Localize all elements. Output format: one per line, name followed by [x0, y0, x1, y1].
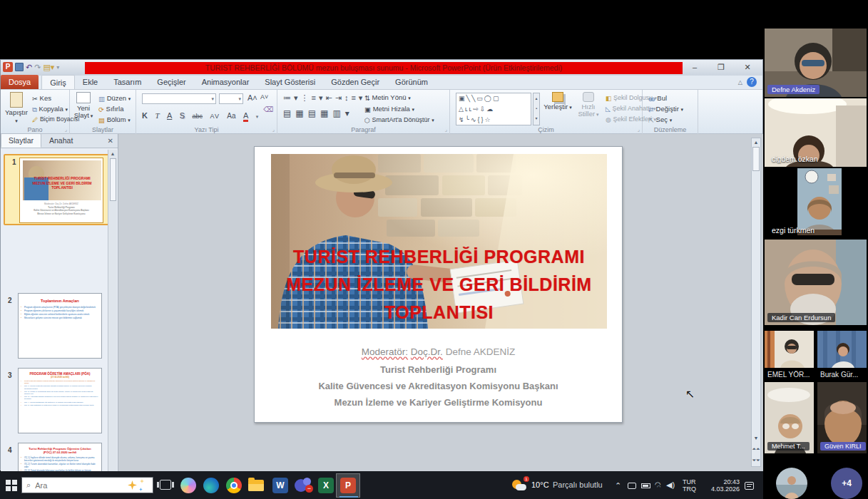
start-button[interactable]: [6, 480, 17, 491]
customize-qat-icon[interactable]: ▾: [56, 64, 59, 71]
slide-thumbnail-selected[interactable]: 1 TURİST REHBERLİĞİ PROGRAMIMEZUN İZLEME…: [4, 154, 109, 225]
task-view-icon[interactable]: [160, 480, 171, 490]
arrange-button[interactable]: Yerleştir ▾: [543, 92, 573, 111]
close-button[interactable]: ✕: [737, 62, 758, 73]
tab-gecisler[interactable]: Geçişler: [149, 75, 193, 89]
dialog-launcher-icon[interactable]: ⌟: [65, 127, 67, 133]
paste-button[interactable]: Yapıştır ▾: [4, 92, 29, 125]
participant-video[interactable]: [765, 331, 814, 368]
tab-tasarim[interactable]: Tasarım: [106, 75, 149, 89]
paste-options-icon[interactable]: ▤▾: [43, 63, 54, 72]
font-name-combo[interactable]: ▾: [142, 93, 216, 104]
indent-decrease-icon[interactable]: ⇤: [325, 93, 335, 102]
dialog-launcher-icon[interactable]: ⌟: [272, 127, 275, 133]
slide-vertical-scrollbar[interactable]: ▲ ▼ ⏶⏶ ⏷⏷: [751, 138, 761, 467]
powerpoint-app-icon[interactable]: P: [3, 62, 13, 72]
smartart-button[interactable]: ⬡ SmartArt'a Dönüştür ▾: [364, 116, 434, 124]
participant-avatar[interactable]: [776, 468, 807, 499]
tab-slayt-gosterisi[interactable]: Slayt Gösterisi: [257, 75, 323, 89]
tab-giris[interactable]: Giriş: [41, 75, 75, 89]
participant-video[interactable]: [817, 331, 867, 368]
battery-icon[interactable]: [641, 483, 650, 488]
justify-icon[interactable]: ▦: [320, 108, 332, 118]
numbering-icon[interactable]: ⋮≡▾: [301, 93, 326, 102]
teams-icon[interactable]: −: [294, 477, 311, 494]
display-tray-icon[interactable]: [628, 483, 636, 489]
line-spacing-icon[interactable]: ↕≡▾: [344, 93, 365, 102]
slide-thumbnail-2[interactable]: Toplantının Amaçları Program öğrenim ama…: [18, 293, 102, 359]
character-spacing-button[interactable]: AV: [210, 113, 220, 120]
align-right-icon[interactable]: ▤: [308, 108, 320, 118]
italic-button[interactable]: T: [155, 111, 159, 120]
chevron-down-icon[interactable]: ▾: [256, 114, 259, 119]
shadow-button[interactable]: S: [180, 111, 185, 120]
notification-center-icon[interactable]: [745, 482, 754, 490]
scroll-up-icon[interactable]: ▲: [752, 138, 760, 145]
align-text-button[interactable]: ▣ Metni Hizala ▾: [364, 105, 414, 113]
scrollbar-thumb[interactable]: [110, 158, 116, 201]
tab-gozden-gecir[interactable]: Gözden Geçir: [323, 75, 387, 89]
quick-styles-button[interactable]: Hızlı Stiller ▾: [574, 92, 603, 118]
participant-video[interactable]: Güven KIRLI: [817, 382, 867, 453]
minimize-button[interactable]: –: [684, 62, 705, 73]
slide-canvas[interactable]: TURİST REHBERLİĞİ PROGRAMI MEZUN İZLEME …: [254, 146, 623, 423]
pane-tab-anahat[interactable]: Anahat: [41, 133, 81, 148]
participant-video[interactable]: Kadir Can Erdursun: [765, 240, 867, 325]
copilot-icon[interactable]: [180, 477, 197, 494]
new-slide-button[interactable]: Yeni Slayt ▾: [71, 92, 96, 120]
scrollbar-thumb[interactable]: [752, 147, 760, 171]
save-icon[interactable]: [15, 63, 24, 71]
close-pane-icon[interactable]: ✕: [108, 137, 113, 145]
bullets-icon[interactable]: ≔▾: [283, 93, 301, 102]
reset-button[interactable]: ⟳ Sıfırla: [98, 105, 123, 113]
overflow-participants-badge[interactable]: +4: [831, 468, 862, 499]
tab-animasyonlar[interactable]: Animasyonlar: [194, 75, 257, 89]
slide-thumbnail-1[interactable]: TURİST REHBERLİĞİ PROGRAMIMEZUN İZLEME V…: [19, 158, 103, 223]
shapes-gallery-scrollbar[interactable]: ▴▪▾: [533, 93, 540, 125]
find-button[interactable]: ꙭ Bul: [648, 94, 667, 103]
excel-icon[interactable]: X: [317, 477, 335, 494]
align-center-icon[interactable]: ▦: [295, 108, 307, 118]
participant-video[interactable]: Defne Akdeniz: [765, 29, 867, 97]
align-left-icon[interactable]: ▤: [283, 108, 295, 118]
minimize-ribbon-icon[interactable]: △: [738, 79, 742, 86]
indent-increase-icon[interactable]: ⇥: [335, 93, 344, 102]
columns-icon[interactable]: ▥▾: [332, 108, 353, 118]
underline-button[interactable]: A: [167, 111, 172, 120]
edge-icon[interactable]: [203, 477, 220, 494]
text-direction-button[interactable]: ⇅ Metin Yönü ▾: [364, 93, 411, 102]
chrome-icon[interactable]: [225, 477, 242, 494]
layout-button[interactable]: ▥ Düzen ▾: [98, 94, 131, 103]
wifi-icon[interactable]: ◠◠: [655, 480, 661, 488]
next-slide-icon[interactable]: ⏷⏷: [752, 458, 760, 463]
scroll-down-icon[interactable]: ▼: [752, 436, 760, 441]
speaker-icon[interactable]: ◀): [666, 480, 675, 490]
shrink-font-icon[interactable]: A˅: [260, 93, 268, 101]
tab-ekle[interactable]: Ekle: [75, 75, 106, 89]
scroll-up-icon[interactable]: ▲: [108, 151, 117, 156]
dialog-launcher-icon[interactable]: ⌟: [638, 127, 640, 133]
participant-video[interactable]: cigdem özkan: [765, 98, 867, 167]
pane-tab-slaytlar[interactable]: Slaytlar: [1, 133, 41, 148]
maximize-button[interactable]: ❐: [710, 62, 732, 73]
redo-icon[interactable]: ↷: [34, 63, 41, 72]
tab-dosya[interactable]: Dosya: [1, 75, 39, 89]
file-explorer-icon[interactable]: [248, 477, 265, 494]
section-button[interactable]: ▤ Bölüm ▾: [98, 115, 131, 124]
copy-button[interactable]: ⧉ Kopyala ▾: [32, 105, 68, 114]
change-case-button[interactable]: Aa: [227, 112, 235, 120]
tray-chevron-icon[interactable]: ⌃: [615, 481, 621, 490]
grow-font-icon[interactable]: A˄: [247, 93, 257, 102]
slides-pane-scrollbar[interactable]: ▲ ▼: [108, 150, 117, 499]
font-size-combo[interactable]: ▾: [219, 93, 243, 104]
font-color-button[interactable]: A: [243, 111, 248, 122]
undo-icon[interactable]: ↶: [26, 63, 32, 72]
participant-video[interactable]: ezgi türkmen: [765, 168, 867, 238]
bold-button[interactable]: K: [142, 111, 148, 120]
weather-temp[interactable]: 10°C: [531, 481, 549, 488]
participant-video[interactable]: Mehmet T...: [765, 382, 814, 453]
select-button[interactable]: ⇱ Seç ▾: [648, 115, 672, 124]
powerpoint-taskbar-active[interactable]: P: [336, 473, 360, 498]
dialog-launcher-icon[interactable]: ⌟: [445, 127, 447, 133]
taskbar-search[interactable]: ⌕: [21, 477, 153, 493]
